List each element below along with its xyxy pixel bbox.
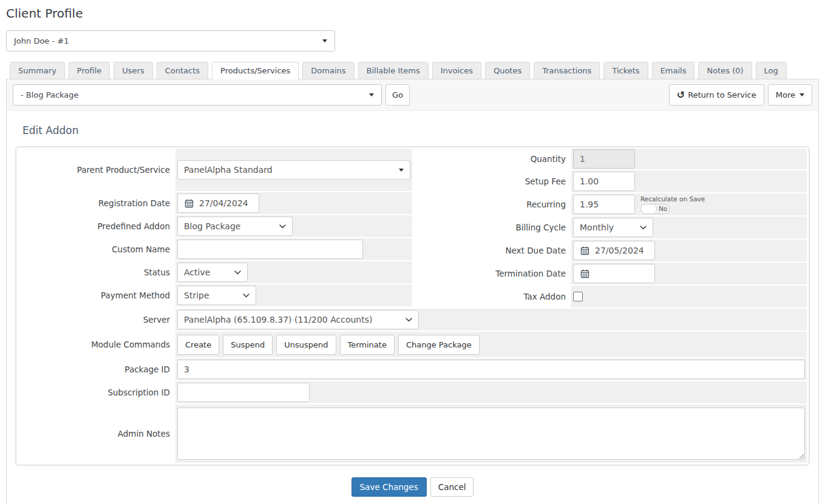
billing-cycle-select[interactable]: Monthly — [573, 218, 653, 237]
addon-selector[interactable]: - Blog Package — [13, 84, 382, 106]
registration-date-value: 27/04/2024 — [199, 198, 248, 208]
status-label: Status — [18, 261, 175, 283]
status-row: Status Active — [18, 261, 412, 283]
module-unsuspend-button[interactable]: Unsuspend — [276, 335, 336, 355]
edit-addon-content: Edit Addon Parent Product/Service PanelA… — [7, 111, 818, 504]
tab-tickets[interactable]: Tickets — [603, 62, 648, 79]
calendar-icon — [580, 246, 589, 255]
server-label: Server — [18, 309, 175, 331]
billing-cycle-value: Monthly — [580, 223, 614, 232]
recalculate-label: Recalculate on Save — [640, 195, 705, 203]
admin-notes-label: Admin Notes — [18, 405, 175, 463]
tab-emails[interactable]: Emails — [652, 62, 695, 79]
recalculate-toggle[interactable]: No — [640, 204, 670, 214]
edit-addon-form: Parent Product/Service PanelAlpha Standa… — [15, 146, 810, 466]
more-button[interactable]: More — [768, 84, 812, 106]
package-id-input[interactable] — [177, 360, 805, 379]
section-heading: Edit Addon — [22, 124, 810, 136]
predefined-addon-value: Blog Package — [184, 221, 240, 231]
parent-product-row: Parent Product/Service PanelAlpha Standa… — [18, 149, 412, 191]
payment-method-value: Stripe — [184, 291, 209, 300]
tab-products-services[interactable]: Products/Services — [212, 62, 299, 79]
module-create-button[interactable]: Create — [177, 335, 219, 355]
chevron-down-icon — [406, 318, 412, 322]
caret-down-icon — [322, 39, 327, 42]
parent-product-select[interactable]: PanelAlpha Standard — [177, 160, 410, 180]
custom-name-label: Custom Name — [18, 238, 175, 260]
next-due-date-label: Next Due Date — [412, 240, 571, 261]
tab-profile[interactable]: Profile — [69, 62, 110, 79]
module-change-package-button[interactable]: Change Package — [398, 335, 480, 355]
next-due-date-value: 27/05/2024 — [595, 246, 644, 255]
tab-users[interactable]: Users — [114, 62, 152, 79]
predefined-addon-select[interactable]: Blog Package — [177, 217, 293, 236]
subscription-id-input[interactable] — [177, 383, 310, 402]
status-select[interactable]: Active — [177, 263, 248, 282]
setup-fee-input[interactable] — [573, 172, 635, 191]
client-selector[interactable]: John Doe - #1 — [6, 30, 335, 52]
setup-fee-label: Setup Fee — [412, 170, 571, 192]
tab-notes[interactable]: Notes (0) — [698, 62, 752, 79]
server-select[interactable]: PanelAlpha (65.109.8.37) (11/200 Account… — [177, 310, 419, 329]
parent-product-label: Parent Product/Service — [18, 149, 175, 191]
module-commands-label: Module Commands — [18, 332, 175, 357]
calendar-icon — [185, 199, 194, 208]
form-left-column: Parent Product/Service PanelAlpha Standa… — [18, 149, 412, 306]
toolbar-right: ↺ Return to Service More — [669, 84, 812, 106]
more-label: More — [776, 90, 795, 99]
next-due-date-row: Next Due Date — [412, 240, 807, 261]
recurring-row: Recurring Recalculate on Save No — [412, 193, 807, 215]
server-value: PanelAlpha (65.109.8.37) (11/200 Account… — [184, 315, 372, 324]
billing-cycle-row: Billing Cycle Monthly — [412, 217, 807, 238]
payment-method-select[interactable]: Stripe — [177, 286, 256, 305]
recurring-label: Recurring — [412, 193, 571, 215]
package-id-row: Package ID — [18, 358, 807, 380]
toggle-state: No — [657, 205, 667, 212]
predefined-addon-label: Predefined Addon — [18, 215, 175, 237]
caret-down-icon — [399, 169, 404, 172]
billing-cycle-label: Billing Cycle — [412, 217, 571, 238]
tab-transactions[interactable]: Transactions — [534, 62, 600, 79]
payment-method-label: Payment Method — [18, 284, 175, 306]
tax-addon-checkbox[interactable] — [573, 292, 583, 301]
form-right-column: Quantity Setup Fee Recurri — [412, 149, 807, 307]
tab-invoices[interactable]: Invoices — [432, 62, 481, 79]
quantity-row: Quantity — [412, 149, 807, 169]
client-profile-page: Client Profile John Doe - #1 Summary Pro… — [0, 0, 825, 504]
return-to-service-button[interactable]: ↺ Return to Service — [669, 84, 764, 106]
cancel-button[interactable]: Cancel — [430, 477, 474, 497]
setup-fee-row: Setup Fee — [412, 170, 807, 192]
tab-quotes[interactable]: Quotes — [485, 62, 530, 79]
custom-name-input[interactable] — [177, 240, 363, 259]
termination-date-input[interactable] — [573, 264, 655, 283]
save-changes-button[interactable]: Save Changes — [351, 477, 427, 497]
next-due-date-input[interactable]: 27/05/2024 — [573, 241, 655, 260]
termination-date-row: Termination Date — [412, 263, 807, 284]
status-value: Active — [184, 267, 210, 277]
products-services-panel: - Blog Package Go ↺ Return to Service Mo… — [6, 79, 819, 504]
module-suspend-button[interactable]: Suspend — [223, 335, 273, 355]
admin-notes-textarea[interactable] — [177, 408, 805, 460]
registration-date-row: Registration Date — [18, 192, 412, 214]
admin-notes-row: Admin Notes — [18, 405, 807, 463]
chevron-down-icon — [234, 270, 241, 275]
termination-date-label: Termination Date — [412, 263, 571, 284]
tab-log[interactable]: Log — [756, 62, 787, 79]
server-row: Server PanelAlpha (65.109.8.37) (11/200 … — [18, 309, 807, 331]
tab-summary[interactable]: Summary — [10, 62, 65, 79]
tab-contacts[interactable]: Contacts — [157, 62, 208, 79]
go-button[interactable]: Go — [385, 84, 410, 106]
client-tabs: Summary Profile Users Contacts Products/… — [6, 62, 819, 79]
module-terminate-button[interactable]: Terminate — [340, 335, 395, 355]
return-to-service-label: Return to Service — [688, 90, 756, 99]
tax-addon-label: Tax Addon — [412, 286, 571, 307]
tax-addon-row: Tax Addon — [412, 286, 807, 307]
chevron-down-icon — [279, 224, 286, 229]
registration-date-input[interactable]: 27/04/2024 — [177, 193, 259, 213]
tab-billable-items[interactable]: Billable Items — [358, 62, 429, 79]
page-title: Client Profile — [6, 6, 819, 21]
tab-domains[interactable]: Domains — [302, 62, 354, 79]
recurring-input[interactable] — [573, 195, 635, 214]
subscription-id-label: Subscription ID — [18, 381, 175, 403]
parent-product-value: PanelAlpha Standard — [184, 165, 273, 175]
